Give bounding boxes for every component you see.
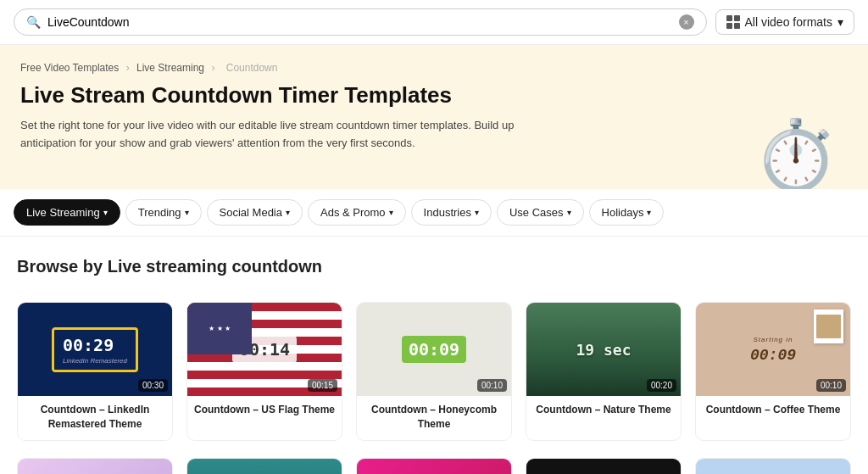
template-card-honeycomb[interactable]: 00:09 00:10 Countdown – Honeycomb Theme bbox=[356, 302, 512, 441]
template-label-nature: Countdown – Nature Theme bbox=[526, 396, 681, 426]
template-card-silhouette[interactable]: STARTING IN: 00:09 00:10 Countdown – Sil… bbox=[17, 458, 173, 474]
search-clear-button[interactable]: × bbox=[679, 14, 694, 30]
template-label-linkedin: Countdown – LinkedIn Remastered Theme bbox=[18, 396, 172, 440]
tab-ads-promo-label: Ads & Promo bbox=[320, 206, 386, 219]
countdown-coffee: 00:09 bbox=[750, 347, 796, 364]
breadcrumb: Free Video Templates › Live Streaming › … bbox=[20, 62, 848, 74]
stopwatch-icon: ⏱️ bbox=[754, 121, 838, 189]
format-label: All video formats bbox=[745, 15, 832, 29]
template-grid-row2: STARTING IN: 00:09 00:10 Countdown – Sil… bbox=[0, 458, 868, 474]
hero-title: Live Stream Countdown Timer Templates bbox=[20, 82, 597, 109]
chevron-down-icon: ▾ bbox=[286, 208, 290, 217]
nav-tabs: Live Streaming ▾ Trending ▾ Social Media… bbox=[0, 189, 868, 237]
template-card-teal[interactable]: STARTING IN 00:09 00:10 Countdown – Teal… bbox=[186, 458, 342, 474]
tab-industries[interactable]: Industries ▾ bbox=[411, 199, 492, 226]
template-label-coffee: Countdown – Coffee Theme bbox=[696, 396, 850, 426]
countdown-nature: 19 sec bbox=[576, 341, 631, 359]
tab-ads-promo[interactable]: Ads & Promo ▾ bbox=[308, 199, 406, 226]
format-selector[interactable]: All video formats ▾ bbox=[715, 9, 854, 35]
countdown-linkedin: 00:29 bbox=[63, 335, 127, 355]
search-bar: 🔍 × bbox=[14, 8, 707, 36]
photo-polaroid bbox=[814, 309, 843, 343]
tab-trending[interactable]: Trending ▾ bbox=[125, 199, 202, 226]
template-card-dark[interactable]: 00:58 1:00 Countdown – Dark Theme bbox=[526, 458, 682, 474]
browse-section: Browse by Live streaming countdown bbox=[0, 237, 868, 302]
tab-social-media[interactable]: Social Media ▾ bbox=[207, 199, 303, 226]
template-card-usflag[interactable]: ★ ★ ★ 00:14 00:15 Countdown – US Flag Th… bbox=[186, 302, 342, 441]
tab-use-cases[interactable]: Use Cases ▾ bbox=[497, 199, 584, 226]
template-card-starburst[interactable]: 00:19 00:20 Countdown – Starburst Theme bbox=[695, 458, 851, 474]
chevron-down-icon: ▾ bbox=[103, 208, 108, 217]
chevron-down-icon: ▾ bbox=[567, 208, 571, 217]
hero-banner: Free Video Templates › Live Streaming › … bbox=[0, 45, 868, 189]
hero-description: Set the right tone for your live video w… bbox=[20, 117, 546, 153]
tab-holidays[interactable]: Holidays ▾ bbox=[589, 199, 665, 226]
search-icon: 🔍 bbox=[26, 15, 41, 29]
time-badge-usflag: 00:15 bbox=[308, 379, 337, 392]
chevron-down-icon: ▾ bbox=[389, 208, 393, 217]
tab-industries-label: Industries bbox=[424, 206, 471, 219]
template-label-usflag: Countdown – US Flag Theme bbox=[187, 396, 342, 426]
time-badge-honeycomb: 00:10 bbox=[477, 379, 507, 392]
chevron-down-icon: ▾ bbox=[185, 208, 189, 217]
browse-title: Browse by Live streaming countdown bbox=[17, 257, 851, 276]
breadcrumb-sep-2: › bbox=[211, 62, 214, 74]
chevron-down-icon: ▾ bbox=[475, 208, 479, 217]
search-input[interactable] bbox=[47, 15, 672, 29]
template-label-honeycomb: Countdown – Honeycomb Theme bbox=[357, 396, 511, 440]
tab-holidays-label: Holidays bbox=[602, 206, 644, 219]
hero-image: ⏱️ bbox=[741, 79, 851, 189]
time-badge-nature: 00:20 bbox=[647, 379, 676, 392]
time-badge-coffee: 00:10 bbox=[816, 379, 846, 392]
time-badge-linkedin: 00:30 bbox=[138, 379, 168, 392]
tab-live-streaming-label: Live Streaming bbox=[26, 206, 100, 219]
chevron-down-icon: ▾ bbox=[837, 15, 843, 29]
breadcrumb-free-templates[interactable]: Free Video Templates bbox=[20, 62, 119, 74]
tab-live-streaming[interactable]: Live Streaming ▾ bbox=[14, 199, 120, 226]
grid-icon bbox=[726, 15, 740, 29]
tab-social-media-label: Social Media bbox=[220, 206, 282, 219]
template-card-linkedin[interactable]: 00:29 LinkedIn Remastered 00:30 Countdow… bbox=[17, 302, 173, 441]
breadcrumb-countdown: Countdown bbox=[226, 62, 278, 74]
tab-use-cases-label: Use Cases bbox=[509, 206, 564, 219]
chevron-down-icon: ▾ bbox=[647, 208, 651, 217]
search-bar-wrapper: 🔍 × All video formats ▾ bbox=[0, 0, 868, 45]
template-card-pink[interactable]: STARTING IN: 00:23 00:25 Countdown – Pin… bbox=[356, 458, 512, 474]
tab-trending-label: Trending bbox=[138, 206, 181, 219]
template-grid-row1: 00:29 LinkedIn Remastered 00:30 Countdow… bbox=[0, 302, 868, 458]
breadcrumb-sep-1: › bbox=[126, 62, 130, 74]
template-card-coffee[interactable]: Starting in 00:09 00:10 Countdown – Coff… bbox=[695, 302, 851, 441]
template-card-nature[interactable]: 19 sec 00:20 Countdown – Nature Theme bbox=[526, 302, 682, 441]
breadcrumb-live-streaming[interactable]: Live Streaming bbox=[136, 62, 204, 74]
